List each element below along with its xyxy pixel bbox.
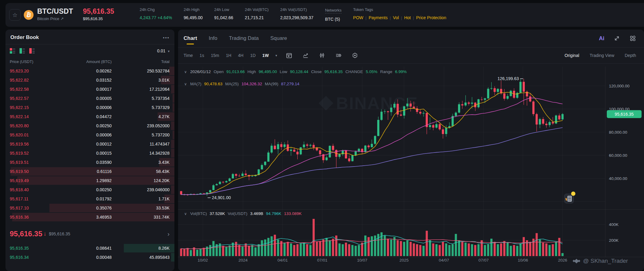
news-accent	[565, 198, 567, 201]
bid-row[interactable]: 95,616.340.0004845.895843	[5, 253, 174, 262]
chart-attribution: @ SKhan_Trader	[573, 258, 628, 264]
col-total: Total	[112, 59, 170, 64]
candle-chart-icon[interactable]	[319, 52, 325, 59]
networks-label[interactable]: Networks	[325, 8, 342, 13]
token-tag-link[interactable]: Price Protection	[416, 15, 446, 20]
depth-bar	[171, 85, 174, 93]
col-amount: Amount (BTC)	[55, 59, 112, 64]
ask-row[interactable]: 95,617.100.3507633.53K	[5, 203, 174, 213]
order-book-title: Order Book	[10, 34, 39, 40]
interval-1d[interactable]: 1D	[250, 53, 256, 58]
ask-row[interactable]: 95,622.140.044724.27K	[5, 112, 174, 121]
external-link-icon: ↗	[60, 16, 64, 21]
ask-row[interactable]: 95,620.010.000065.737200	[5, 130, 174, 139]
ask-row[interactable]: 95,619.520.0001514.342928	[5, 149, 174, 158]
book-view-bids-icon[interactable]	[20, 48, 26, 54]
ask-row[interactable]: 95,619.560.0001211.474347	[5, 139, 174, 149]
ask-row[interactable]: 95,619.491.29892124.20K	[5, 176, 174, 185]
layout-grid-icon[interactable]	[629, 35, 636, 42]
book-ticker[interactable]: 95,616.35 ↓ $95,616.35 ›	[5, 225, 174, 241]
binance-logo-icon	[573, 259, 580, 263]
ask-row[interactable]: 95,622.570.000055.737354	[5, 94, 174, 103]
tab-chart[interactable]: Chart	[184, 30, 197, 47]
view-tab-original[interactable]: Original	[564, 53, 579, 58]
ask-row[interactable]: 95,618.400.00250239.046000	[5, 185, 174, 194]
news-doc-icon	[567, 196, 572, 202]
last-price-usd: $95,616.35	[83, 16, 103, 21]
vol-label: Vol(BTC)	[190, 211, 207, 216]
total-cell: 45.895843	[112, 255, 170, 260]
stat-label: 24h Low	[214, 7, 233, 12]
header-networks: NetworksBTC (5)	[325, 7, 342, 22]
indicators-icon[interactable]	[335, 52, 342, 59]
token-tag-link[interactable]: Hot	[404, 15, 411, 20]
chart-canvas[interactable]: 126,199.6324,901.00120,000.00100,000.008…	[178, 66, 644, 271]
amount-cell: 0.00006	[55, 105, 112, 110]
interval-label: Time	[184, 53, 193, 58]
favorite-button[interactable]: ☆	[9, 9, 21, 21]
price-cell: 95,619.52	[10, 151, 55, 156]
total-cell: 124.20K	[112, 178, 170, 183]
interval-4h[interactable]: 4H	[238, 53, 244, 58]
tab-square[interactable]: Square	[270, 30, 287, 47]
tab-trading-data[interactable]: Trading Data	[229, 30, 259, 47]
ask-row[interactable]: 95,623.200.00262250.532784	[5, 66, 174, 76]
legend-label: Open	[213, 69, 224, 74]
symbol-subtitle[interactable]: Bitcoin Price ↗	[37, 16, 64, 21]
token-tag-link[interactable]: Payments	[369, 15, 388, 20]
amount-cell: 3.46953	[55, 215, 112, 220]
settings-icon[interactable]	[352, 52, 358, 59]
chevron-down-icon[interactable]: ∨	[184, 70, 187, 74]
svg-text:400K: 400K	[609, 222, 619, 227]
ai-assistant-icon[interactable]: Ai	[599, 35, 604, 42]
bid-row[interactable]: 95,616.350.086418.26K	[5, 244, 174, 253]
interval-1h[interactable]: 1H	[226, 53, 231, 58]
interval-15m[interactable]: 15m	[211, 53, 219, 58]
chart-style-icon[interactable]	[302, 52, 309, 59]
book-view-toggles	[10, 48, 35, 54]
tab-info[interactable]: Info	[209, 30, 217, 47]
ask-row[interactable]: 95,622.820.031523.01K	[5, 76, 174, 85]
ask-row[interactable]: 95,616.363.46953331.74K	[5, 213, 174, 222]
news-feed-button[interactable]	[564, 194, 574, 203]
header-token-tags: Token TagsPOW|Payments|Vol|Hot|Price Pro…	[353, 7, 446, 22]
price-cell: 95,619.50	[10, 169, 55, 174]
interval-1w[interactable]: 1W	[262, 53, 269, 58]
stat-value: 21,715.21	[245, 15, 269, 20]
header-stat: 24h Vol(BTC)21,715.21	[245, 7, 269, 22]
ask-row[interactable]: 95,619.500.6111658.43K	[5, 167, 174, 176]
book-view-asks-icon[interactable]	[29, 48, 35, 54]
book-view-both-icon[interactable]	[10, 48, 16, 54]
total-cell: 8.26K	[112, 246, 170, 251]
ma-value: 90,478.63	[204, 82, 223, 86]
ask-row[interactable]: 95,620.800.00250239.052000	[5, 121, 174, 130]
legend-value: 96,495.00	[259, 69, 277, 74]
stat-value: 4,243.77 +4.64%	[140, 15, 172, 20]
depth-bar	[171, 149, 174, 157]
view-tab-depth[interactable]: Depth	[625, 53, 636, 58]
ask-row[interactable]: 95,622.580.0001717.212064	[5, 85, 174, 94]
fullscreen-icon[interactable]	[614, 35, 620, 42]
volume-legend: ∨Vol(BTC)37.528KVol(USDT)3.469B94.796K13…	[184, 211, 302, 216]
networks-value: BTC (5)	[325, 17, 342, 22]
ask-row[interactable]: 95,619.510.035903.43K	[5, 158, 174, 167]
ask-row[interactable]: 95,617.110.017921.71K	[5, 194, 174, 203]
chart-view-tabs: OriginalTrading ViewDepth	[564, 53, 636, 58]
interval-more-icon[interactable]: ▾	[275, 54, 277, 58]
precision-dropdown[interactable]: 0.01 ▾	[157, 48, 170, 53]
view-tab-trading-view[interactable]: Trading View	[590, 53, 614, 58]
legend-value: 5.05%	[366, 69, 377, 74]
chevron-down-icon[interactable]: ∨	[184, 82, 187, 86]
chevron-down-icon[interactable]: ∨	[184, 212, 187, 216]
last-price: 95,616.35	[83, 7, 114, 16]
svg-text:2026: 2026	[558, 258, 567, 262]
ask-row[interactable]: 95,622.150.000065.737329	[5, 103, 174, 112]
more-options-icon[interactable]: •••	[163, 35, 170, 40]
token-tag-link[interactable]: POW	[353, 15, 363, 20]
total-cell: 33.53K	[112, 206, 170, 210]
ma-legend: ∨MA(7)90,478.63MA(25)104,326.32MA(99)87,…	[184, 82, 299, 86]
token-tag-link[interactable]: Vol	[393, 15, 399, 20]
calendar-icon[interactable]	[286, 52, 292, 59]
interval-1s[interactable]: 1s	[200, 53, 204, 58]
star-icon: ☆	[12, 12, 17, 19]
